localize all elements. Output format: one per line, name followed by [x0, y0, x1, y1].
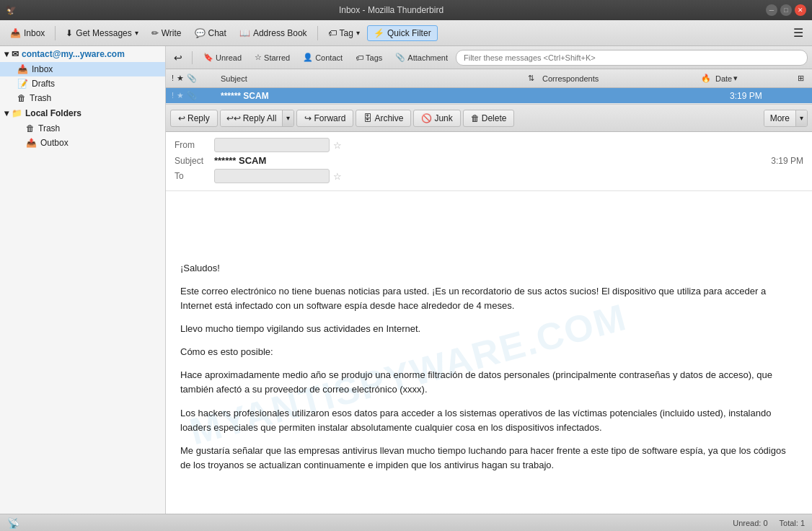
- to-address-bar: [214, 169, 330, 183]
- chat-button[interactable]: 💬 Chat: [189, 26, 232, 40]
- to-address-box: ☆: [214, 169, 342, 183]
- correspondents-col-header[interactable]: Correspondents: [538, 74, 697, 83]
- minimize-button[interactable]: ─: [766, 4, 777, 16]
- tags-filter-button[interactable]: 🏷 Tags: [350, 52, 387, 63]
- toolbar-separator: [55, 26, 56, 40]
- local-trash-label: Trash: [38, 123, 60, 133]
- local-folders-label: Local Folders: [25, 108, 81, 118]
- reply-icon: ↩: [178, 113, 185, 123]
- reply-all-main[interactable]: ↩↩ Reply All: [221, 110, 283, 126]
- folder-pane: ▾ ✉ contact@my...yware.com 📥 Inbox 📝 Dra…: [0, 46, 166, 514]
- subject-col-header[interactable]: Subject: [216, 74, 524, 83]
- reply-all-dropdown-arrow[interactable]: ▾: [282, 110, 294, 126]
- account-email-icon: ✉: [12, 49, 19, 59]
- back-button[interactable]: ↩: [170, 51, 186, 65]
- trash-folder[interactable]: 🗑 Trash: [0, 91, 165, 105]
- outbox-icon: 📤: [26, 138, 37, 148]
- drafts-folder-label: Drafts: [32, 79, 55, 89]
- from-address-box: ☆: [214, 138, 342, 152]
- table-row[interactable]: ! ★ 📎 ****** SCAM 3:19 PM: [166, 88, 812, 104]
- app-menu-button[interactable]: ☰: [789, 23, 808, 43]
- filter-separator: [192, 51, 193, 64]
- thread-col-header: ⇅: [524, 74, 538, 83]
- filter-bar: ↩ 🔖 Unread ☆ Starred 👤 Contact 🏷 Tags: [166, 46, 812, 69]
- drafts-folder[interactable]: 📝 Drafts: [0, 76, 165, 91]
- junk-button[interactable]: 🚫 Junk: [413, 110, 460, 127]
- outbox-label: Outbox: [40, 138, 69, 148]
- forward-button[interactable]: ↪ Forward: [296, 110, 353, 127]
- quick-filter-icon: ⚡: [374, 28, 384, 38]
- filter-search-input[interactable]: [456, 50, 808, 66]
- unread-filter-icon: 🔖: [203, 53, 213, 62]
- body-p7: Me gustaría señalar que las empresas ant…: [180, 444, 798, 473]
- email-header: From ☆ Subject ****** SCAM 3:19 PM To: [166, 132, 812, 191]
- total-count: Total: 1: [780, 519, 805, 527]
- write-icon: ✏: [151, 28, 159, 38]
- unread-count: Unread: 0: [733, 519, 767, 527]
- starred-filter-button[interactable]: ☆ Starred: [250, 51, 295, 63]
- inbox-icon: 📥: [10, 28, 21, 38]
- get-messages-dropdown-arrow: ▾: [135, 29, 138, 37]
- chat-icon: 💬: [195, 28, 206, 38]
- reply-all-icon: ↩↩: [226, 113, 241, 123]
- get-messages-button[interactable]: ⬇ Get Messages ▾: [60, 26, 144, 40]
- tag-button[interactable]: 🏷 Tag ▾: [322, 26, 366, 40]
- local-trash-icon: 🗑: [26, 123, 35, 133]
- tag-dropdown-arrow: ▾: [356, 29, 360, 37]
- email-time: 3:19 PM: [771, 156, 803, 166]
- contact-filter-icon: 👤: [303, 53, 313, 62]
- attachment-filter-button[interactable]: 📎 Attachment: [390, 51, 453, 63]
- from-star-icon[interactable]: ☆: [333, 140, 342, 151]
- email-action-bar: ↩ Reply ↩↩ Reply All ▾ ↪ Forward: [166, 105, 812, 132]
- reply-all-split-button[interactable]: ↩↩ Reply All ▾: [220, 110, 295, 127]
- to-star-icon[interactable]: ☆: [333, 171, 342, 182]
- body-p2: Este correo electrónico no tiene buenas …: [180, 284, 798, 313]
- star-filter-icon: ☆: [255, 53, 262, 62]
- from-address-bar: [214, 138, 330, 152]
- body-p1: ¡Saludos!: [180, 261, 798, 276]
- more-dropdown-arrow[interactable]: ▾: [795, 110, 807, 126]
- email-pane: ↩ Reply ↩↩ Reply All ▾ ↪ Forward: [166, 105, 812, 514]
- get-messages-icon: ⬇: [66, 28, 73, 38]
- outbox-folder[interactable]: 📤 Outbox: [0, 136, 165, 150]
- inbox-folder-label: Inbox: [32, 64, 53, 74]
- trash-folder-icon: 🗑: [17, 93, 26, 103]
- local-trash-folder[interactable]: 🗑 Trash: [0, 121, 165, 136]
- address-book-button[interactable]: 📖 Address Book: [234, 26, 313, 40]
- delete-icon: 🗑: [471, 113, 480, 123]
- unread-filter-button[interactable]: 🔖 Unread: [198, 51, 247, 63]
- email-body: MYANTISPYWARE.COM ¡Saludos! Este correo …: [166, 191, 812, 514]
- attachment-filter-icon: 📎: [395, 53, 405, 62]
- date-col-header[interactable]: Date ▾: [711, 74, 798, 83]
- body-p6: Los hackers profesionales utilizaron eso…: [180, 406, 798, 435]
- inbox-folder[interactable]: 📥 Inbox: [0, 62, 165, 76]
- cols-icon: ⊞: [798, 74, 812, 83]
- tags-filter-icon: 🏷: [356, 53, 363, 62]
- archive-button[interactable]: 🗄 Archive: [356, 110, 411, 127]
- account-row[interactable]: ▾ ✉ contact@my...yware.com: [0, 46, 165, 62]
- close-button[interactable]: ✕: [795, 4, 806, 16]
- from-label: From: [175, 140, 214, 150]
- col-icons-header: ! ★ 📎: [166, 74, 216, 83]
- more-main[interactable]: More: [764, 110, 795, 126]
- archive-icon: 🗄: [363, 113, 372, 123]
- local-folders-header[interactable]: ▾ 📁 Local Folders: [0, 105, 165, 121]
- window-title: Inbox - Mozilla Thunderbird: [17, 5, 766, 15]
- flame-col-header: 🔥: [697, 74, 711, 83]
- drafts-folder-icon: 📝: [17, 79, 28, 89]
- main-toolbar: 📥 Inbox ⬇ Get Messages ▾ ✏ Write 💬 Chat …: [0, 20, 812, 46]
- more-split-button[interactable]: More ▾: [764, 110, 808, 127]
- maximize-button[interactable]: □: [780, 4, 792, 16]
- status-network-icon: 📡: [7, 517, 19, 529]
- junk-icon: 🚫: [421, 113, 432, 123]
- delete-button[interactable]: 🗑 Delete: [463, 110, 515, 127]
- quick-filter-button[interactable]: ⚡ Quick Filter: [367, 25, 438, 41]
- inbox-button[interactable]: 📥 Inbox: [4, 26, 50, 40]
- tag-icon: 🏷: [328, 28, 337, 38]
- reply-button[interactable]: ↩ Reply: [170, 110, 218, 127]
- inbox-folder-icon: 📥: [17, 64, 28, 74]
- msg-subject: ****** SCAM: [216, 91, 538, 101]
- msg-date: 3:19 PM: [725, 91, 812, 101]
- write-button[interactable]: ✏ Write: [146, 26, 187, 40]
- contact-filter-button[interactable]: 👤 Contact: [298, 51, 348, 63]
